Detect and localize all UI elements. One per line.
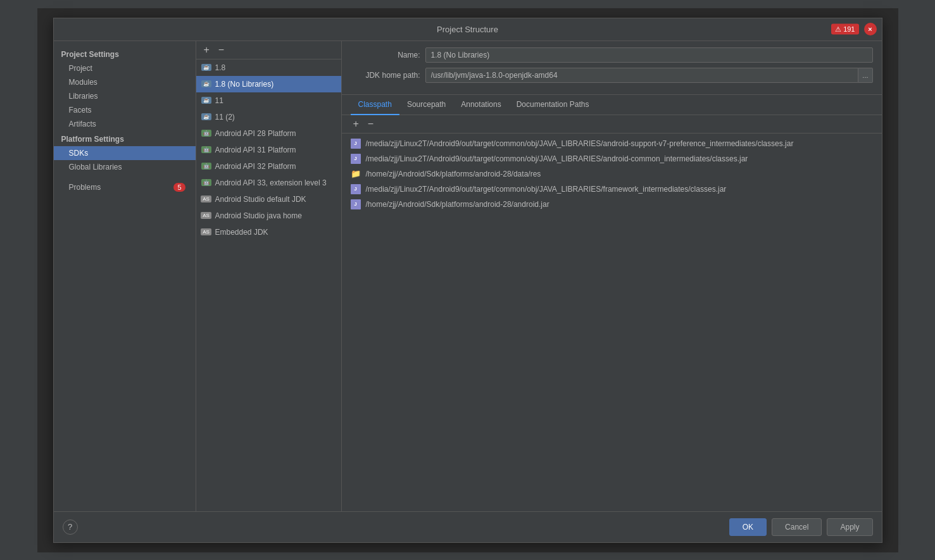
tab-classpath[interactable]: Classpath [351,95,399,115]
studio-icon: AS [201,227,211,237]
jar-icon: J [351,154,361,164]
tab-sourcepath[interactable]: Sourcepath [399,95,453,115]
dialog-footer: ? OK Cancel Apply [54,511,882,542]
classpath-panel: + − J /media/zjj/Linux2T/Android9/out/ta… [342,115,882,511]
sdk-toolbar: + − [196,41,341,59]
dialog-body: Project Settings Project Modules Librari… [54,41,882,511]
classpath-item-2[interactable]: 📁 /home/zjj/Android/Sdk/platforms/androi… [342,166,882,182]
cancel-button[interactable]: Cancel [772,518,822,536]
name-label: Name: [351,51,420,59]
sdk-item-embedded-jdk[interactable]: AS Embedded JDK [196,224,341,240]
classpath-item-1[interactable]: J /media/zjj/Linux2T/Android9/out/target… [342,151,882,166]
jdk-path-label: JDK home path: [351,71,420,80]
problems-badge: 5 [173,183,185,192]
classpath-list: J /media/zjj/Linux2T/Android9/out/target… [342,134,882,511]
classpath-add-button[interactable]: + [351,118,361,130]
sidebar-item-problems[interactable]: Problems 5 [54,180,196,194]
tabs-bar: Classpath Sourcepath Annotations Documen… [342,95,882,115]
classpath-item-3[interactable]: J /media/zjj/Linux2T/Android9/out/target… [342,182,882,197]
android-icon: 🤖 [201,145,211,155]
jdk-path-field-row: JDK home path: ... [351,68,873,83]
project-structure-dialog: Project Structure ⚠ 191 × Project Settin… [53,18,882,543]
studio-icon: AS [201,211,211,221]
sidebar-item-modules[interactable]: Modules [54,75,196,89]
error-badge: ⚠ 191 [831,24,858,35]
name-field-row: Name: [351,47,873,63]
jdk-icon: ☕ [201,96,211,106]
sidebar-item-libraries[interactable]: Libraries [54,89,196,103]
jdk-path-container: ... [425,68,873,83]
browse-button[interactable]: ... [858,68,872,83]
android-icon: 🤖 [201,178,211,188]
sidebar-item-artifacts[interactable]: Artifacts [54,117,196,131]
sdk-item-android-32[interactable]: 🤖 Android API 32 Platform [196,158,341,175]
sidebar-item-project[interactable]: Project [54,61,196,75]
android-icon: 🤖 [201,128,211,139]
sdk-list: ☕ 1.8 ☕ 1.8 (No Libraries) ☕ [196,59,341,511]
tab-documentation-paths[interactable]: Documentation Paths [509,95,597,115]
sdk-item-11[interactable]: ☕ 11 [196,92,341,109]
sdk-item-android-31[interactable]: 🤖 Android API 31 Platform [196,142,341,158]
sdk-item-11-2[interactable]: ☕ 11 (2) [196,109,341,125]
sdk-detail-header: Name: JDK home path: ... [342,41,882,95]
jar-icon: J [351,184,361,194]
sdk-item-studio-default[interactable]: AS Android Studio default JDK [196,191,341,208]
sidebar: Project Settings Project Modules Librari… [54,41,196,511]
jar-icon: J [351,139,361,149]
help-button[interactable]: ? [63,520,78,535]
studio-icon: AS [201,194,211,204]
title-bar: Project Structure ⚠ 191 × [54,18,882,41]
sdk-item-studio-java-home[interactable]: AS Android Studio java home [196,208,341,224]
close-button[interactable]: × [864,23,877,35]
tab-annotations[interactable]: Annotations [453,95,508,115]
classpath-toolbar: + − [342,115,882,134]
apply-button[interactable]: Apply [827,518,872,536]
sdk-item-1.8[interactable]: ☕ 1.8 [196,59,341,76]
platform-settings-header: Platform Settings [54,131,196,146]
ok-button[interactable]: OK [729,518,767,536]
jdk-path-input[interactable] [425,68,859,83]
sdk-item-android-28[interactable]: 🤖 Android API 28 Platform [196,125,341,142]
jdk-icon: ☕ [201,79,211,89]
right-panel: Name: JDK home path: ... Classpath [342,41,882,511]
sidebar-item-global-libraries[interactable]: Global Libraries [54,160,196,174]
sdk-item-android-33[interactable]: 🤖 Android API 33, extension level 3 [196,175,341,191]
sdk-remove-button[interactable]: − [216,44,227,56]
dialog-title: Project Structure [437,25,498,34]
android-icon: 🤖 [201,161,211,171]
project-settings-header: Project Settings [54,46,196,61]
name-input[interactable] [425,47,873,63]
sidebar-item-facets[interactable]: Facets [54,103,196,117]
sdk-add-button[interactable]: + [201,44,212,56]
sidebar-item-sdks[interactable]: SDKs [54,146,196,160]
jdk-icon: ☕ [201,63,211,73]
sdk-item-1.8-no-libs[interactable]: ☕ 1.8 (No Libraries) [196,76,341,92]
folder-icon: 📁 [351,169,361,179]
classpath-item-0[interactable]: J /media/zjj/Linux2T/Android9/out/target… [342,136,882,151]
sdk-panel: + − ☕ 1.8 ☕ 1.8 (No Libraries) [196,41,342,511]
classpath-item-4[interactable]: J /home/zjj/Android/Sdk/platforms/androi… [342,197,882,212]
jar-icon: J [351,199,361,209]
classpath-remove-button[interactable]: − [365,118,376,130]
jdk-icon: ☕ [201,112,211,122]
